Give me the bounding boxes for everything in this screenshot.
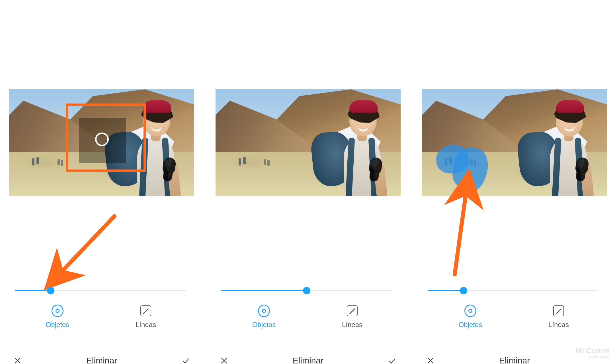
slider-thumb[interactable] [47, 287, 54, 294]
svg-line-0 [60, 216, 114, 273]
annotation-arrow-icon [435, 181, 492, 283]
photo-canvas[interactable] [9, 89, 194, 196]
line-square-icon [553, 305, 565, 317]
tool-objects-label: Objetos [46, 321, 69, 329]
slider-fill [428, 290, 464, 291]
circle-target-icon [258, 305, 270, 317]
line-square-icon [346, 305, 358, 317]
check-icon [388, 356, 396, 364]
confirm-button[interactable] [180, 355, 191, 364]
cancel-button[interactable] [218, 355, 230, 364]
line-square-icon [140, 305, 152, 317]
tool-lines-label: Líneas [548, 321, 569, 329]
tool-lines[interactable]: Líneas [539, 305, 579, 329]
tool-lines[interactable]: Líneas [126, 305, 166, 329]
tool-lines-label: Líneas [136, 321, 156, 329]
slider-fill [221, 290, 307, 291]
tool-row: Objetos Líneas [413, 305, 615, 336]
editor-panel-1: Objetos Líneas Eliminar [1, 0, 203, 364]
tool-row: Objetos Líneas [1, 305, 203, 336]
close-icon [13, 356, 22, 364]
editor-panel-3: Objetos Líneas Eliminar [413, 0, 615, 364]
tool-lines[interactable]: Líneas [332, 305, 372, 329]
photo-walker [61, 160, 63, 166]
slider-thumb[interactable] [460, 287, 467, 294]
circle-target-icon [52, 305, 63, 317]
editor-panel-2: Objetos Líneas Eliminar [207, 0, 409, 364]
mode-title: Eliminar [23, 356, 180, 364]
close-icon [220, 356, 228, 364]
tool-objects[interactable]: Objetos [38, 305, 77, 329]
photo-walker [36, 157, 39, 164]
annotation-arrow-icon [43, 208, 129, 293]
cancel-button[interactable] [425, 355, 436, 364]
photo-canvas[interactable] [422, 89, 607, 196]
bottom-bar: Eliminar [207, 352, 409, 364]
slider-fill [15, 290, 51, 291]
brush-size-slider[interactable] [428, 287, 598, 294]
svg-line-1 [455, 192, 466, 274]
mode-title: Eliminar [436, 356, 593, 364]
brush-size-slider[interactable] [221, 287, 392, 294]
panel-row: Objetos Líneas Eliminar [0, 0, 615, 364]
tool-row: Objetos Líneas [207, 305, 409, 336]
tool-lines-label: Líneas [342, 321, 362, 329]
cancel-button[interactable] [12, 355, 23, 364]
confirm-button[interactable] [386, 355, 398, 364]
tool-objects-label: Objetos [252, 321, 276, 329]
brush-cursor-icon [95, 133, 109, 146]
tool-objects-label: Objetos [459, 321, 482, 329]
photo-walker [58, 159, 60, 165]
bottom-bar: Eliminar [413, 352, 615, 364]
mode-title: Eliminar [230, 356, 386, 364]
close-icon [426, 356, 435, 364]
circle-target-icon [464, 305, 476, 317]
tool-objects[interactable]: Objetos [450, 305, 490, 329]
photo-canvas[interactable] [216, 89, 401, 196]
photo-walker [32, 158, 34, 166]
brush-size-slider[interactable] [15, 287, 186, 294]
check-icon [181, 356, 190, 364]
slider-thumb[interactable] [303, 287, 310, 294]
bottom-bar: Eliminar [1, 352, 203, 364]
tool-objects[interactable]: Objetos [244, 305, 284, 329]
